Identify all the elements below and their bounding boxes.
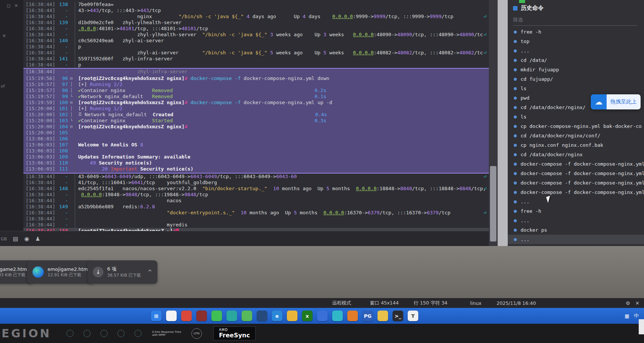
history-item[interactable]: cd /data/docker/nginx [508, 150, 644, 159]
bullet-icon [514, 163, 517, 166]
status-cursor-pos: 行 150 字符 34 [414, 300, 447, 306]
history-item[interactable]: cp nginx.conf nginx.conf.bak [508, 140, 644, 150]
pg-icon[interactable]: PG [362, 311, 373, 321]
history-item[interactable]: cd /data/docker/nginx/conf/ [508, 131, 644, 140]
history-item[interactable]: free -h [508, 27, 644, 37]
status-shell[interactable]: linux [470, 300, 481, 306]
collapse-icon[interactable]: ^ [148, 269, 152, 275]
terminal-row: [16:38:44]- nacos [23, 198, 489, 204]
history-item[interactable]: cd /data/ [508, 55, 644, 65]
history-item[interactable]: ... [508, 197, 644, 206]
window-restore-icon[interactable]: ◻ [7, 3, 11, 8]
history-item[interactable]: cp docker-compose-nginx.yml bak-docker-c… [508, 122, 644, 131]
download-size: 12.91 KiB 已下载 [48, 272, 89, 278]
history-item[interactable]: docker-compose -f docker-compose-nginx.y… [508, 169, 644, 178]
terminal-row: [15:19:59]100⊟[root@iZ2vc8cxg4knyehdo5xm… [23, 100, 489, 106]
wechat-icon[interactable] [211, 311, 222, 321]
terminal-row: [16:38:44]140c0c569249ea6 zhyl-ai-server [23, 38, 489, 44]
window-edge [639, 319, 644, 334]
terminal-row: [16:38:44]- nginx "/bin/sh -c 'java ${_"… [23, 14, 489, 20]
bullet-icon [514, 238, 517, 241]
history-item[interactable]: ... [508, 216, 644, 225]
osd-button-icon [117, 330, 125, 337]
status-bar: 远程模式 窗口 45x144 行 150 字符 34 linux 2025/11… [0, 298, 644, 308]
app-blue[interactable] [317, 311, 328, 321]
status-mode[interactable]: 远程模式 [332, 300, 351, 306]
history-item[interactable]: docker ps [508, 225, 644, 235]
folder-icon[interactable]: ▤ [13, 235, 18, 242]
app-navy[interactable] [257, 311, 267, 321]
xbox-icon[interactable]: x [302, 311, 313, 321]
start-button[interactable]: ⊞ [151, 311, 162, 321]
terminal-scrollbar[interactable] [489, 0, 498, 246]
gear-icon[interactable]: ⚙ [626, 300, 630, 306]
history-item[interactable]: ls [508, 112, 644, 122]
history-item[interactable]: ... [508, 235, 644, 244]
app-cyan[interactable] [332, 311, 343, 321]
terminal-output[interactable]: [16:38:44]1387be09f0feaa=[16:38:44]-43->… [23, 0, 489, 246]
close-icon[interactable]: ✕ [2, 33, 6, 38]
app-teal[interactable] [226, 311, 237, 321]
download-name: emojigame2.html [48, 266, 89, 272]
terminal-row: [16:38:44]-p [23, 62, 489, 68]
system-tray: ▦中 [625, 312, 639, 319]
filter-input[interactable]: 筛选 [513, 17, 638, 26]
search-icon[interactable] [166, 311, 177, 321]
terminal-row: [13:06:03]109Updates Information Summary… [23, 154, 489, 160]
ime-indicator[interactable]: 中 [634, 312, 639, 319]
terminal-row: [16:38:44]149a52b9bb6e889 redis:6.2.8 [23, 204, 489, 210]
monitor-bezel: EGION 0.5ms Response Time with MPRT LTPS… [0, 324, 644, 343]
app-green[interactable] [242, 311, 252, 321]
history-item[interactable]: top [508, 37, 644, 46]
history-item[interactable]: docker-compose -f docker-compose-nginx.y… [508, 188, 644, 197]
fold-icon[interactable]: ⊟ [68, 75, 75, 82]
fold-icon[interactable]: ⊟ [68, 124, 75, 130]
app-orange[interactable] [347, 311, 358, 321]
fold-icon[interactable]: ⊟ [68, 100, 75, 106]
history-item[interactable]: docker-compose -f docker-compose-nginx.y… [508, 178, 644, 188]
terminal-row: [16:38:44]1387be09f0feaa= [23, 2, 489, 8]
drag-upload-overlay: ☁ 拖拽至此上 [591, 94, 641, 109]
folder-icon[interactable] [287, 311, 297, 321]
terminal-row: [16:38:44]-p [23, 44, 489, 50]
terminal-row: [16:38:44]- 0.0.0.0:19848->9848/tcp, :::… [23, 192, 489, 198]
cloud-upload-icon: ☁ [591, 94, 607, 109]
panel-splitter[interactable] [498, 0, 508, 246]
users-icon[interactable]: ♟ [35, 235, 40, 242]
wrap-icon: ⏎ [484, 186, 487, 192]
bullet-icon [514, 153, 517, 156]
terminal-row: [16:38:44]- myredis [23, 222, 489, 228]
edge-icon[interactable]: e [272, 311, 282, 321]
history-item[interactable]: docker-compose -f docker-compose-nginx.y… [508, 159, 644, 169]
history-item[interactable]: ls [508, 84, 644, 93]
terminal-icon[interactable]: >_ [393, 311, 403, 321]
terminal-row: [16:38:44]- [23, 216, 489, 222]
download-card[interactable]: emojigame2.html12.91 KiB 已下载 [27, 260, 94, 284]
close-icon[interactable]: ✕ [14, 3, 18, 8]
terminal-row: [13:06:03]110 49 Security notice(s) [23, 160, 489, 166]
history-item[interactable]: cd fujuapp/ [508, 74, 644, 84]
terminal-row: [13:06:03]107Welcome to Anolis OS 8 [23, 142, 489, 148]
monitor-photo: ◻ ✕ ✕ of [16:38:44]1387be09f0feaa=[16:38… [0, 0, 644, 343]
scrollbar-thumb[interactable] [490, 166, 496, 241]
location-pin-icon[interactable]: ◉ [24, 235, 29, 242]
bullet-icon [514, 115, 517, 118]
terminal-row: [16:38:44]-.0.0.0:48101->48101/tcp, :::4… [23, 26, 489, 32]
download-size: 38.57 KiB 已下载 [107, 272, 141, 278]
close-icon[interactable]: ✕ [635, 300, 639, 306]
terminal-row: [15:20:00]104⊟[root@iZ2vc8cxg4knyehdo5xm… [23, 124, 489, 130]
history-item[interactable]: mkdir fujuapp [508, 65, 644, 74]
download-card[interactable]: ↓6 项38.57 KiB 已下载^ [88, 260, 157, 284]
files-icon[interactable] [377, 311, 388, 321]
app-maroon[interactable] [196, 311, 207, 321]
wrap-icon: ⏎ [484, 32, 487, 38]
history-item[interactable]: free -h [508, 206, 644, 216]
history-item[interactable]: ... [508, 46, 644, 55]
monitor-osd-buttons [66, 330, 142, 337]
app-red[interactable] [181, 311, 192, 321]
terminal-row: [13:06:03]108 [23, 148, 489, 154]
tray-icon[interactable]: ▦ [625, 313, 629, 319]
text-tool-icon[interactable]: T [408, 311, 418, 321]
bullet-icon [514, 191, 517, 194]
browser-file-icon [32, 266, 44, 278]
